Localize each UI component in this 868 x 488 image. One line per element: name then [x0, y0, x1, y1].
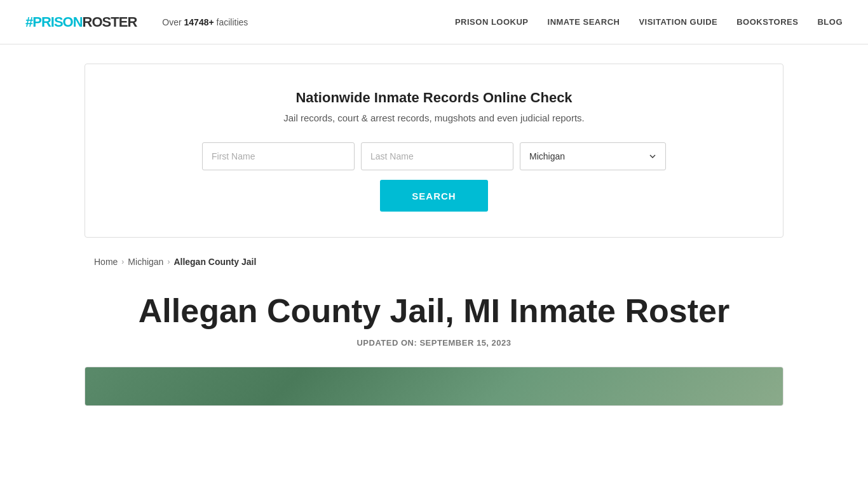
logo-roster: ROSTER — [83, 14, 137, 30]
site-logo[interactable]: #PRISONROSTER — [25, 14, 137, 30]
breadcrumb-chevron-1: › — [121, 257, 124, 266]
content-card — [85, 367, 783, 406]
updated-label: UPDATED ON: SEPTEMBER 15, 2023 — [94, 338, 774, 348]
nav-item-blog[interactable]: BLOG — [817, 17, 843, 27]
breadcrumb-current: Allegan County Jail — [173, 257, 256, 267]
search-row-bottom: SEARCH — [123, 180, 745, 212]
facilities-count-text: Over 14748+ facilities — [162, 17, 248, 27]
last-name-input[interactable] — [361, 142, 513, 170]
logo-hash: # — [25, 14, 32, 30]
site-header: #PRISONROSTER Over 14748+ facilities PRI… — [0, 0, 868, 44]
content-card-image — [85, 367, 783, 405]
first-name-input[interactable] — [202, 142, 355, 170]
breadcrumb-chevron-2: › — [167, 257, 170, 266]
breadcrumb-state[interactable]: Michigan — [128, 257, 163, 267]
page-title: Allegan County Jail, MI Inmate Roster — [94, 292, 774, 330]
search-button[interactable]: SEARCH — [380, 180, 487, 212]
search-title: Nationwide Inmate Records Online Check — [123, 90, 745, 106]
nav-item-prison-lookup[interactable]: PRISON LOOKUP — [455, 17, 529, 27]
page-title-section: Allegan County Jail, MI Inmate Roster UP… — [85, 280, 783, 354]
search-subtitle: Jail records, court & arrest records, mu… — [123, 112, 745, 123]
nav-item-inmate-search[interactable]: INMATE SEARCH — [548, 17, 620, 27]
nav-item-bookstores[interactable]: BOOKSTORES — [736, 17, 798, 27]
nav-item-visitation-guide[interactable]: VISITATION GUIDE — [639, 17, 717, 27]
logo-prison: PRISON — [32, 14, 82, 30]
state-select[interactable]: Michigan — [520, 142, 666, 170]
breadcrumb: Home › Michigan › Allegan County Jail — [85, 257, 783, 267]
search-form: Michigan — [123, 142, 745, 170]
search-section: Nationwide Inmate Records Online Check J… — [85, 64, 783, 238]
facilities-number: 14748+ — [184, 17, 214, 27]
main-nav: PRISON LOOKUP INMATE SEARCH VISITATION G… — [455, 17, 843, 27]
breadcrumb-home[interactable]: Home — [94, 257, 118, 267]
